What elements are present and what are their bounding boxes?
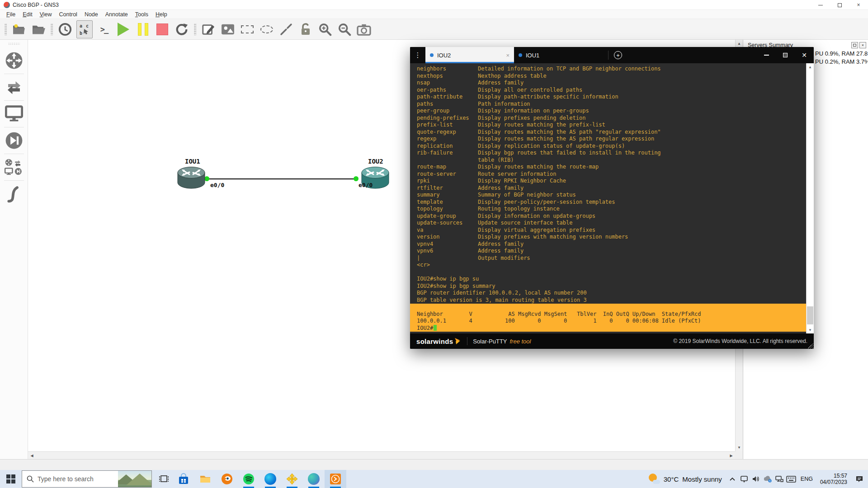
taskbar-search[interactable] [22,470,152,488]
open-folder-button[interactable] [30,20,47,38]
servers-summary-stats: PU 0.9%, RAM 27.8%PU 0.2%, RAM 3.7% [815,50,868,66]
solarwinds-arrow-icon [454,338,462,344]
node-label-iou1[interactable]: IOU1 [185,158,200,165]
browse-switches-button[interactable] [1,75,27,99]
task-view-button[interactable] [155,470,173,488]
rectangle-icon [241,25,254,33]
solar-putty-icon [330,473,341,485]
scroll-down-arrow[interactable]: ▼ [807,326,814,333]
browse-routers-button[interactable] [1,49,27,72]
menu-item-file[interactable]: File [3,10,19,19]
draw-ellipse-button[interactable] [259,20,275,38]
pause-icon [138,23,148,36]
taskbar-app-explorer[interactable] [194,470,216,488]
menu-item-annotate[interactable]: Annotate [102,10,132,19]
bgp-summary-row: Neighbor V AS MsgRcvd MsgSent TblVer InQ… [417,311,806,318]
putty-maximize-button[interactable] [776,47,795,63]
scrollbar-thumb[interactable] [807,306,813,324]
menu-item-tools[interactable]: Tools [132,10,152,19]
terminal[interactable]: neighborsDetailed information on TCP and… [410,63,806,333]
divider [4,127,24,127]
zoom-in-button[interactable] [317,20,333,38]
start-button[interactable] [0,470,22,488]
taskbar-app-spotify[interactable] [238,470,259,488]
terminal-help-line: versionDisplay prefixes with matching ve… [417,234,806,241]
putty-menu-button[interactable]: ⋮ [410,47,425,63]
menu-item-help[interactable]: Help [152,10,171,19]
tray-volume-icon[interactable] [750,470,762,488]
chevron-up-icon [729,477,736,481]
toolbar-grip [194,23,196,35]
tab-iou2[interactable]: IOU2 × [425,47,514,63]
open-project-button[interactable] [11,20,27,38]
panel-float-button[interactable] [851,42,858,48]
menu-item-view[interactable]: View [36,10,56,19]
link-iou1-iou2[interactable] [207,178,356,179]
putty-minimize-button[interactable] [757,47,776,63]
scroll-left-arrow[interactable]: ◀ [28,452,36,459]
scroll-right-arrow[interactable]: ▶ [727,452,735,459]
menu-item-control[interactable]: Control [56,10,81,19]
new-tab-button[interactable]: + [614,51,622,59]
taskbar-app-store[interactable] [173,470,194,488]
add-link-button[interactable] [1,182,27,206]
tab-iou1[interactable]: IOU1 [514,47,603,63]
putty-close-button[interactable]: ✕ [795,47,814,63]
scroll-up-arrow[interactable]: ▲ [807,63,814,70]
lock-unlock-button[interactable] [297,20,314,38]
scroll-down-arrow[interactable]: ▼ [736,444,743,451]
show-interface-labels-button[interactable]: a c b [76,20,93,38]
start-all-button[interactable] [115,20,132,38]
maximize-button[interactable] [830,0,849,10]
panel-close-button[interactable]: × [859,42,866,48]
menu-item-node[interactable]: Node [81,10,102,19]
router-icon-iou1[interactable] [176,166,206,190]
stop-all-button[interactable] [154,20,170,38]
scroll-up-arrow[interactable]: ▲ [736,40,743,47]
tab-close-icon[interactable]: × [506,52,509,59]
canvas-hscrollbar[interactable]: ◀ ▶ [28,451,735,459]
taskbar-app-blender[interactable] [216,470,238,488]
putty-header: ⋮ IOU2 × IOU1 + ✕ [410,47,814,63]
console-all-button[interactable]: >_ [96,20,112,38]
language-indicator[interactable]: ENG [797,476,816,482]
tray-touch-keyboard-icon[interactable] [785,470,797,488]
node-label-iou2[interactable]: IOU2 [368,158,383,165]
divider [4,154,24,154]
link-endpoint-dot [354,176,359,181]
tray-onedrive-icon[interactable] [762,470,774,488]
browse-end-devices-button[interactable] [1,102,27,126]
add-note-button[interactable] [200,20,217,38]
menu-item-edit[interactable]: Edit [19,10,36,19]
browse-security-devices-button[interactable] [1,129,27,152]
draw-rectangle-button[interactable] [239,20,255,38]
terminal-scrollbar[interactable]: ▲ ▼ [806,63,814,333]
search-daily-image[interactable] [118,471,151,487]
hidden-icons-chevron[interactable] [726,470,738,488]
suspend-all-button[interactable] [135,20,151,38]
action-center-button[interactable] [851,470,868,488]
taskbar-app-solar-putty[interactable] [325,470,346,488]
insert-image-button[interactable] [220,20,236,38]
snapshot-button[interactable] [57,20,73,38]
server-stat-line: PU 0.2%, RAM 3.7% [815,58,868,66]
zoom-out-button[interactable] [336,20,353,38]
taskbar-app-chameleon[interactable] [303,470,325,488]
taskbar-app-gns3[interactable] [281,470,303,488]
tray-cast-icon[interactable] [738,470,750,488]
minimize-button[interactable] [811,0,830,10]
tray-network-icon[interactable] [774,470,785,488]
search-input[interactable] [38,475,118,483]
browse-all-devices-button[interactable] [1,155,27,179]
svg-text:b: b [80,31,82,36]
taskbar-app-edge[interactable] [259,470,281,488]
screenshot-button[interactable] [356,20,372,38]
reload-all-button[interactable] [174,20,190,38]
resize-grip[interactable] [808,343,813,348]
taskbar: 30°C Mostly sunny ENG 15:5 [0,470,868,488]
weather-widget[interactable]: 30°C Mostly sunny [644,470,726,488]
file-explorer-icon [199,473,211,485]
taskbar-clock[interactable]: 15:57 04/07/2023 [816,473,851,485]
close-button[interactable]: × [849,0,868,10]
draw-line-button[interactable] [278,20,294,38]
